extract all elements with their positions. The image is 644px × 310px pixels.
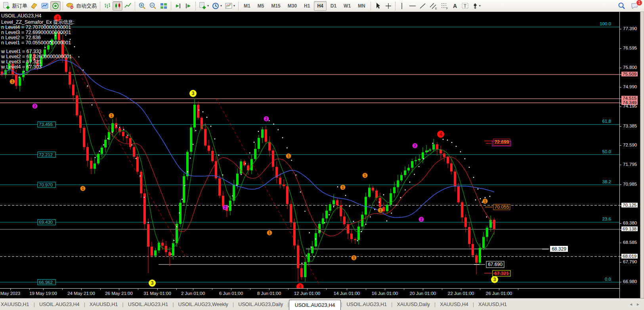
chart-tab-xauusd-h1[interactable]: XAUUSD,H1 (474, 299, 511, 310)
templates-button[interactable]: ▾ (224, 1, 236, 11)
chart-window-button[interactable] (40, 1, 50, 11)
indicators-button[interactable]: ▾ (198, 1, 210, 11)
chevron-down-icon: ▾ (233, 4, 235, 8)
candle-body (479, 248, 481, 262)
timeframe-h1[interactable]: H1 (301, 1, 313, 11)
timeframe-mn[interactable]: MN (355, 1, 369, 11)
target-button[interactable] (50, 1, 61, 11)
sar-dot (386, 221, 388, 222)
tile-windows-button[interactable] (159, 1, 169, 11)
new-order-button[interactable]: 新订单 (2, 1, 29, 11)
crosshair-tool-button[interactable] (383, 1, 393, 11)
chart-tab-usoil-aug23-weekly[interactable]: USOIL.AUG23,Weekly (174, 299, 233, 310)
auto-trading-button[interactable]: 自动交易 (65, 1, 98, 11)
candle-body (186, 152, 189, 176)
arrows-tool-button[interactable]: ▾ (471, 1, 482, 11)
time-tick-label: May 2023 (0, 291, 21, 296)
candle-body (143, 194, 146, 224)
timeframe-m1[interactable]: M1 (241, 1, 254, 11)
semafor-digit: 2 (414, 144, 416, 148)
signals-button[interactable] (29, 1, 39, 11)
tab-scroll-right-button[interactable]: ► (636, 302, 640, 306)
semafor-digit: 3 (151, 280, 154, 286)
timeframe-d1[interactable]: D1 (327, 1, 340, 11)
chart-tab-xauusd-h1[interactable]: XAUUSD,H1 (0, 299, 34, 310)
price-tick-label: 69.138 (621, 226, 638, 231)
zoom-in-button[interactable] (137, 1, 147, 11)
fib-percent-label: 50.0 (602, 149, 611, 154)
price-tick-label: 75.800 (623, 65, 637, 70)
semafor-digit: 2 (420, 217, 422, 222)
price-tick-label: 70.125 (621, 203, 638, 207)
semafor-digit: 3 (192, 91, 195, 96)
timeframe-m15[interactable]: M15 (268, 1, 283, 11)
candle-body (283, 184, 285, 186)
tile-windows-icon (160, 2, 168, 10)
candle-body (94, 164, 96, 169)
horizontal-line-tool-button[interactable] (407, 1, 417, 11)
auto-scroll-button[interactable] (173, 1, 183, 11)
candle-body (72, 85, 75, 95)
svg-text:F: F (446, 7, 448, 10)
sar-dot (370, 216, 371, 217)
tab-scroll-left-button[interactable]: ◄ (629, 302, 633, 306)
trendline-tool-button[interactable] (418, 1, 428, 11)
sar-dot (249, 152, 250, 154)
chart-tab-usoil-aug23-h1[interactable]: USOIL.AUG23,H1 (342, 299, 391, 310)
time-tick-mark (404, 289, 404, 290)
search-button[interactable] (617, 1, 627, 11)
sar-dot (176, 226, 177, 227)
chart-tab-usoil-aug23-h4[interactable]: USOIL.AUG23,H4 (35, 299, 84, 310)
candle-body (233, 185, 235, 201)
indicator-info-title: Level_ZZ_Semafor_Ex 提示信息: (1, 19, 75, 25)
bar-chart-mode-button[interactable] (102, 1, 112, 11)
candle-body (322, 219, 324, 224)
chart-tab-usoil-aug23-h1[interactable]: USOIL.AUG23,H1 (124, 299, 172, 310)
candle-body (161, 243, 164, 246)
time-tick-mark (212, 289, 212, 290)
timeframe-m5[interactable]: M5 (254, 1, 268, 11)
line-chart-mode-button[interactable] (123, 1, 133, 11)
channel-tool-button[interactable]: E (428, 1, 439, 11)
price-tick-label: 68.585 (623, 240, 637, 245)
sar-dot (361, 231, 362, 232)
price-tick-label: 67.790 (623, 259, 637, 264)
text-label-tool-button[interactable]: T (460, 1, 470, 11)
candle-body (365, 197, 367, 215)
sar-dot (74, 46, 75, 48)
chart-tab-usoil-aug23-h4[interactable]: USOIL.AUG23,H4 (289, 300, 341, 310)
candle-body (418, 159, 420, 160)
vertical-line-tool-button[interactable] (397, 1, 407, 11)
candlestick-mode-button[interactable] (113, 1, 122, 11)
text-tool-button[interactable]: A (450, 1, 460, 11)
sar-dot (443, 139, 444, 140)
axis-tick-mark (620, 282, 621, 282)
sar-dot (396, 205, 397, 206)
timeframe-m30[interactable]: M30 (285, 1, 300, 11)
chart-tab-usoil-aug23-daily[interactable]: USOIL.AUG23,Daily (234, 299, 287, 310)
chart-shift-button[interactable] (183, 1, 193, 11)
price-tick-label: 66.980 (623, 279, 637, 284)
candle-body (79, 115, 82, 127)
notification-badge: 1 (636, 0, 642, 6)
notifications-button[interactable]: 1 (629, 1, 640, 11)
price-axis[interactable]: 77.39076.59575.80075.50974.99074.51574.3… (619, 12, 640, 298)
candle-body (268, 142, 271, 150)
chart-tab-xauusd-daily[interactable]: XAUUSD,Daily (392, 299, 434, 310)
timeframe-w1[interactable]: W1 (340, 1, 354, 11)
time-axis[interactable]: May 202319 May 19:0024 May 21:0026 May 2… (0, 288, 619, 298)
fibonacci-tool-button[interactable]: F (439, 1, 450, 11)
periods-button[interactable]: ▾ (210, 1, 223, 11)
cursor-tool-button[interactable] (373, 1, 383, 11)
bar-chart-icon (103, 2, 111, 10)
toolbar-separator (195, 2, 196, 10)
zoom-out-button[interactable] (148, 1, 158, 11)
toolbar-separator (135, 2, 135, 10)
candle-body (343, 217, 346, 224)
candle-body (126, 136, 128, 138)
chart-canvas[interactable]: 100.061.873.45550.072.21238.270.97023.66… (0, 12, 619, 288)
timeframe-h4[interactable]: H4 (314, 1, 326, 11)
chart-tab-xauusd-h1[interactable]: XAUUSD,H1 (85, 299, 122, 310)
sar-dot (480, 198, 481, 200)
chart-tab-xauusd-h4[interactable]: XAUUSD,H4 (436, 299, 473, 310)
